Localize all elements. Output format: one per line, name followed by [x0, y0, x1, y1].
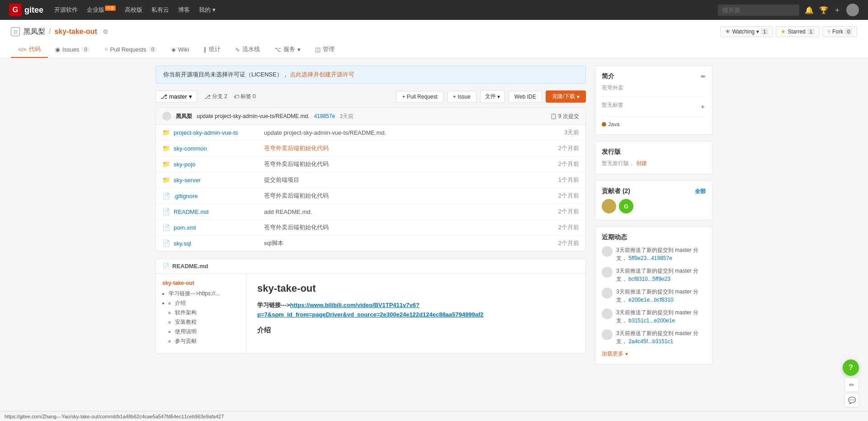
file-name-link[interactable]: sky-common: [174, 145, 255, 152]
create-release-link[interactable]: 创建: [636, 160, 647, 166]
folder-icon: 📁: [162, 145, 170, 152]
file-name-link[interactable]: sky-server: [174, 177, 255, 184]
activity-link[interactable]: e200e1e...bcf8310: [628, 297, 673, 303]
search-input[interactable]: [718, 5, 799, 16]
sidebar-activity-card: 近期动态 3天前推送了新的提交到 master 分支， 5ff9e23...41…: [595, 227, 712, 364]
file-icon: 📄: [162, 224, 170, 231]
activity-link[interactable]: 5ff9e23...419857e: [628, 255, 672, 261]
license-notice: 你当前开源项目尚未选择许可证（LICENSE）， 点此选择并创建开源许可: [156, 66, 586, 84]
toc-item: 学习链接--->https://...: [169, 290, 240, 298]
readme-content: sky-take-out 学习链接--->https://www.bilibil…: [246, 274, 585, 353]
contributor-avatar-1[interactable]: [602, 199, 616, 213]
activity-avatar: [602, 288, 613, 298]
eye-icon: 👁: [725, 28, 731, 35]
nav-opensource[interactable]: 开源软件: [54, 6, 78, 14]
branch-selector[interactable]: ⎇ master ▾: [156, 90, 197, 103]
tab-issues[interactable]: ◉ Issues 0: [48, 42, 97, 58]
file-name-link[interactable]: sky-pojo: [174, 161, 255, 168]
file-row: 📄 sky.sql sql脚本 2个月前: [156, 236, 585, 251]
nav-blog[interactable]: 博客: [178, 6, 190, 14]
file-icon: 📄: [162, 208, 170, 215]
file-row: 📁 sky-server 提交前端项目 1个月前: [156, 172, 585, 188]
activity-link[interactable]: 2a4c45f...b3151c1: [628, 338, 673, 345]
activity-item: 3天前推送了新的提交到 master 分支， b3151c1...e200e1e: [602, 308, 706, 325]
link-label: 学习链接--->https://www.bilibili.com/video/B…: [257, 302, 483, 318]
commit-count: 📋 9 次提交: [550, 113, 579, 120]
toc-item: 介绍 软件架构 安装教程 使用说明 参与贡献: [169, 299, 240, 345]
branches-info[interactable]: ⎇ 分支 2: [204, 93, 227, 100]
clone-button[interactable]: 克隆/下载 ▾: [546, 90, 586, 103]
contributor-avatar-2[interactable]: G: [619, 199, 633, 213]
avatar[interactable]: [846, 4, 859, 16]
nav-enterprise[interactable]: 企业版特惠: [87, 5, 116, 14]
tags-info[interactable]: 🏷 标签 0: [234, 93, 256, 100]
tab-manage[interactable]: ◫ 管理: [308, 42, 342, 58]
license-link[interactable]: 点此选择并创建开源许可: [290, 71, 354, 78]
add-tag-icon[interactable]: ＋: [700, 103, 706, 111]
commit-hash[interactable]: 419857e: [314, 113, 335, 119]
folder-icon: 📁: [162, 176, 170, 184]
tab-pullrequests[interactable]: ⑂ Pull Requests 0: [97, 42, 164, 58]
file-name-link[interactable]: pom.xml: [174, 224, 255, 231]
file-icon: 📄: [162, 192, 170, 199]
files-button[interactable]: 文件 ▾: [480, 90, 505, 103]
help-button[interactable]: ?: [843, 360, 859, 376]
repo-title-bar: ⊡ 黑凤梨 / sky-take-out ⚙ 👁 Watching ▾ 1 ★ …: [11, 26, 857, 37]
bell-icon[interactable]: 🔔: [805, 6, 814, 14]
tab-services[interactable]: ⌥ 服务 ▾: [267, 42, 308, 58]
all-contributors-link[interactable]: 全部: [695, 188, 706, 195]
nav-mine[interactable]: 我的 ▾: [199, 6, 216, 14]
gitee-logo-icon: G: [9, 4, 22, 16]
sidebar-release-title: 发行版: [602, 148, 706, 156]
star-icon: ★: [781, 28, 786, 35]
load-more-button[interactable]: 加载更多 ▾: [602, 350, 706, 358]
plus-icon[interactable]: ＋: [834, 5, 841, 15]
commit-author-avatar: [162, 112, 171, 121]
repo-name: sky-take-out: [54, 28, 97, 36]
pipeline-icon: ∿: [235, 46, 240, 53]
trophy-icon[interactable]: 🏆: [819, 6, 828, 14]
file-name-link[interactable]: project-sky-admin-vue-ts: [174, 129, 255, 136]
activity-link[interactable]: b3151c1...e200e1e: [628, 317, 675, 324]
tab-pipeline[interactable]: ∿ 流水线: [228, 42, 267, 58]
activity-section: 近期动态 3天前推送了新的提交到 master 分支， 5ff9e23...41…: [602, 233, 706, 358]
repo-settings-icon[interactable]: ⚙: [103, 28, 108, 35]
webide-button[interactable]: Web IDE: [509, 91, 542, 103]
sidebar-intro-title: 简介 ✏: [602, 72, 706, 80]
services-icon: ⌥: [274, 46, 281, 53]
tab-stats[interactable]: ∥ 统计: [196, 42, 228, 58]
fork-icon: ⑂: [827, 28, 830, 35]
file-row: 📄 README.md add README.md. 2个月前: [156, 204, 585, 220]
nav-university[interactable]: 高校版: [125, 6, 142, 14]
edit-icon[interactable]: ✏: [701, 73, 706, 80]
file-row: 📄 .gitignore 苍穹外卖后端初始化代码 2个月前: [156, 188, 585, 204]
commit-msg-link[interactable]: 苍穹外卖后端初始化代码: [264, 145, 329, 151]
topnav: G gitee 开源软件 企业版特惠 高校版 私有云 博客 我的 ▾ 🔔 🏆 ＋: [0, 0, 868, 20]
tag-icon: 🏷: [234, 94, 239, 100]
file-icon: 📄: [162, 240, 170, 247]
tab-wiki[interactable]: ◈ Wiki: [164, 42, 197, 58]
controls-bar: ⎇ master ▾ ⎇ 分支 2 🏷 标签 0 + Pull Request …: [156, 90, 586, 103]
repo-actions: 👁 Watching ▾ 1 ★ Starred 1 ⑂ Fork 0: [720, 26, 857, 37]
activity-item: 3天前推送了新的提交到 master 分支， 5ff9e23...419857e: [602, 246, 706, 262]
file-name-link[interactable]: sky.sql: [174, 240, 255, 247]
tab-code[interactable]: </> 代码: [11, 42, 48, 58]
logo[interactable]: G gitee: [9, 4, 43, 16]
file-row: 📁 sky-pojo 苍穹外卖后端初始化代码 2个月前: [156, 156, 585, 172]
file-name-link[interactable]: .gitignore: [174, 193, 255, 199]
repo-main: 你当前开源项目尚未选择许可证（LICENSE）， 点此选择并创建开源许可 ⎇ m…: [156, 66, 586, 371]
file-name-link[interactable]: README.md: [174, 208, 255, 215]
language-tag: Java: [602, 121, 619, 128]
watching-button[interactable]: 👁 Watching ▾ 1: [720, 26, 774, 37]
nav-privatecloud[interactable]: 私有云: [151, 6, 169, 14]
starred-button[interactable]: ★ Starred 1: [776, 26, 819, 37]
fork-button[interactable]: ⑂ Fork 0: [822, 26, 857, 37]
edit-float-button[interactable]: ✏: [844, 378, 859, 378]
readme-video-link[interactable]: https://www.bilibili.com/video/BV1TP411v…: [257, 302, 483, 318]
new-pr-button[interactable]: + Pull Request: [396, 91, 443, 103]
activity-link[interactable]: bcf8310...5ff9e23: [628, 276, 670, 282]
branch-icon: ⎇: [160, 93, 167, 100]
new-issue-button[interactable]: + Issue: [447, 91, 476, 103]
toc-list: 学习链接--->https://... 介绍 软件架构 安装教程 使用说明 参与…: [162, 290, 240, 345]
activity-item: 3天前推送了新的提交到 master 分支， bcf8310...5ff9e23: [602, 267, 706, 283]
